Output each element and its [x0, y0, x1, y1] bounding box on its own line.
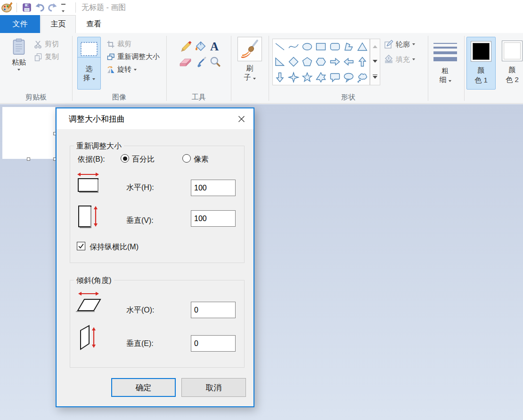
size-button[interactable]: 粗 细 — [430, 37, 461, 90]
chevron-down-icon — [134, 69, 137, 71]
resize-group: 重新调整大小 依据(B): 百分比 像素 水平(H): 垂直(V): 保持纵横比… — [70, 146, 245, 263]
copy-label: 复制 — [45, 52, 59, 61]
qat-customize-button[interactable] — [59, 4, 67, 14]
radio-percent[interactable] — [121, 154, 129, 163]
resize-h-input[interactable] — [191, 180, 236, 196]
color1-button[interactable]: 颜色 1 — [466, 37, 496, 90]
five-point-star-shape-button[interactable] — [301, 70, 314, 85]
triangle-shape-button[interactable] — [356, 39, 369, 54]
redo-button[interactable] — [46, 1, 58, 14]
brush-label-2: 子 — [244, 73, 255, 82]
resize-label: 重新调整大小 — [117, 52, 160, 61]
skew-v-input[interactable] — [191, 335, 236, 352]
rounded-rectangle-shape-button[interactable] — [328, 39, 342, 54]
canvas-resize-handle-bottom[interactable] — [27, 157, 30, 161]
undo-button[interactable] — [34, 1, 46, 14]
ribbon-tab-row: 文件 主页 查看 — [0, 15, 523, 33]
down-arrow-shape-button[interactable] — [273, 70, 286, 85]
rotate-button[interactable]: 旋转 — [106, 65, 137, 74]
skew-h-input[interactable] — [191, 302, 236, 318]
tab-file[interactable]: 文件 — [0, 15, 40, 33]
magnifier-tool-button[interactable] — [209, 56, 221, 69]
qat-separator — [16, 3, 17, 12]
right-arrow-icon — [329, 56, 341, 67]
horizontal-skew-icon — [76, 290, 103, 314]
polygon-shape-button[interactable] — [342, 39, 355, 54]
color2-label: 颜色 2 — [506, 65, 519, 84]
color-picker-tool-button[interactable] — [195, 56, 207, 69]
select-button[interactable]: 选 择 — [77, 37, 101, 90]
curve-shape-button[interactable] — [286, 39, 300, 54]
eraser-tool-button[interactable] — [179, 57, 192, 69]
scissors-icon — [34, 40, 42, 49]
six-point-star-shape-button[interactable] — [314, 70, 328, 85]
pentagon-shape-button[interactable] — [301, 54, 314, 69]
oval-icon — [302, 41, 313, 52]
rectangle-icon — [315, 41, 327, 52]
chevron-down-icon — [92, 78, 95, 80]
maintain-aspect-label[interactable]: 保持纵横比(M) — [90, 242, 139, 252]
line-thickness-icon — [433, 41, 457, 63]
text-tool-button[interactable]: A — [210, 40, 219, 53]
oval-shape-button[interactable] — [301, 39, 314, 54]
triangle-icon — [357, 41, 368, 52]
hexagon-shape-button[interactable] — [314, 54, 328, 69]
up-arrow-shape-button[interactable] — [356, 54, 369, 69]
rounded-callout-shape-button[interactable] — [328, 70, 342, 85]
left-arrow-icon — [343, 56, 354, 67]
diamond-shape-button[interactable] — [286, 54, 300, 69]
ok-button[interactable]: 确定 — [111, 378, 176, 397]
right-arrow-shape-button[interactable] — [328, 54, 342, 69]
eraser-icon — [179, 57, 192, 68]
crop-button[interactable]: 裁剪 — [106, 40, 131, 49]
shapes-gallery-expand-button[interactable] — [373, 74, 377, 79]
hexagon-icon — [315, 56, 327, 67]
maintain-aspect-checkbox[interactable] — [77, 242, 85, 250]
canvas[interactable] — [2, 107, 55, 159]
rounded-callout-icon — [329, 72, 341, 83]
cloud-callout-icon — [357, 72, 368, 83]
tab-view[interactable]: 查看 — [76, 15, 111, 33]
paste-button[interactable]: 粘贴 — [8, 38, 30, 90]
cloud-callout-shape-button[interactable] — [356, 70, 369, 85]
outline-label: 轮廓 — [396, 40, 410, 49]
window-title: 无标题 - 画图 — [82, 3, 126, 13]
curve-icon — [288, 41, 299, 52]
shapes-scroll-down-button[interactable] — [373, 60, 377, 63]
resize-group-label: 重新调整大小 — [74, 141, 124, 151]
right-triangle-icon — [274, 56, 286, 67]
five-point-star-icon — [302, 72, 313, 83]
shapes-scroll-up-button[interactable] — [373, 45, 377, 48]
radio-pixel-label[interactable]: 像素 — [194, 155, 209, 165]
app-icon[interactable] — [1, 1, 13, 14]
fill-icon — [384, 55, 393, 64]
save-button[interactable] — [21, 1, 33, 14]
fill-tool-button[interactable] — [194, 41, 206, 54]
copy-button[interactable]: 复制 — [34, 52, 59, 61]
outline-button[interactable]: 轮廓 — [384, 40, 415, 49]
resize-v-input[interactable] — [191, 210, 236, 227]
radio-pixel[interactable] — [182, 154, 191, 163]
pencil-tool-button[interactable] — [180, 41, 192, 54]
tab-home[interactable]: 主页 — [41, 15, 76, 33]
rectangle-shape-button[interactable] — [314, 39, 328, 54]
line-shape-button[interactable] — [273, 39, 286, 54]
cancel-button[interactable]: 取消 — [181, 378, 246, 397]
skew-v-label: 垂直(E): — [126, 339, 154, 349]
dialog-close-button[interactable] — [234, 112, 249, 126]
brush-button[interactable]: 刷 子 — [236, 37, 264, 90]
left-arrow-shape-button[interactable] — [342, 54, 355, 69]
cut-button[interactable]: 剪切 — [34, 40, 59, 49]
crop-label: 裁剪 — [117, 40, 131, 49]
color2-button[interactable]: 颜色 2 — [498, 37, 523, 90]
resize-skew-dialog: 调整大小和扭曲 重新调整大小 依据(B): 百分比 像素 水平(H): 垂直(V… — [56, 107, 254, 407]
right-triangle-shape-button[interactable] — [273, 54, 286, 69]
resize-button[interactable]: 重新调整大小 — [106, 52, 160, 61]
radio-percent-label[interactable]: 百分比 — [132, 155, 155, 165]
fill-button[interactable]: 填充 — [384, 55, 415, 64]
six-point-star-icon — [315, 72, 327, 83]
oval-callout-icon — [343, 72, 354, 83]
four-point-star-shape-button[interactable] — [286, 70, 300, 85]
cut-label: 剪切 — [45, 40, 59, 49]
oval-callout-shape-button[interactable] — [342, 70, 355, 85]
